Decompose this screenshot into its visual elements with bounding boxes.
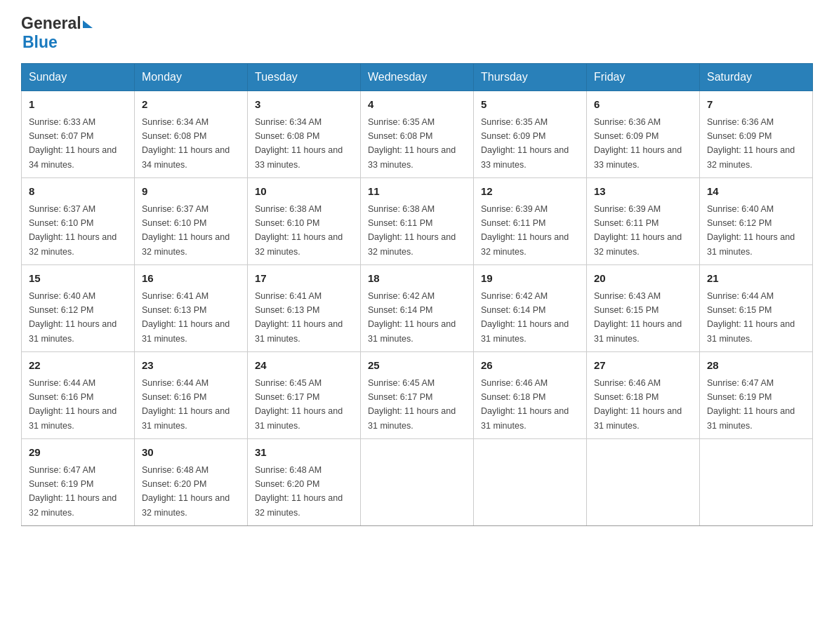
calendar-day-cell: 21 Sunrise: 6:44 AMSunset: 6:15 PMDaylig… (700, 265, 813, 352)
calendar-day-cell: 30 Sunrise: 6:48 AMSunset: 6:20 PMDaylig… (135, 439, 248, 526)
calendar-day-header: Sunday (22, 64, 135, 91)
day-number: 9 (142, 184, 240, 200)
day-info: Sunrise: 6:39 AMSunset: 6:11 PMDaylight:… (481, 204, 569, 257)
day-info: Sunrise: 6:43 AMSunset: 6:15 PMDaylight:… (594, 291, 682, 344)
logo-arrow-icon (83, 20, 93, 28)
calendar-day-cell: 5 Sunrise: 6:35 AMSunset: 6:09 PMDayligh… (474, 91, 587, 178)
day-number: 23 (142, 358, 240, 374)
day-number: 7 (707, 97, 805, 113)
day-info: Sunrise: 6:37 AMSunset: 6:10 PMDaylight:… (142, 204, 230, 257)
day-info: Sunrise: 6:34 AMSunset: 6:08 PMDaylight:… (142, 117, 230, 170)
calendar-day-cell: 11 Sunrise: 6:38 AMSunset: 6:11 PMDaylig… (361, 178, 474, 265)
calendar-day-cell: 17 Sunrise: 6:41 AMSunset: 6:13 PMDaylig… (248, 265, 361, 352)
page-header: General Blue (21, 14, 813, 52)
day-info: Sunrise: 6:39 AMSunset: 6:11 PMDaylight:… (594, 204, 682, 257)
day-info: Sunrise: 6:48 AMSunset: 6:20 PMDaylight:… (142, 465, 230, 518)
calendar-day-header: Thursday (474, 64, 587, 91)
logo: General Blue (21, 14, 93, 52)
day-info: Sunrise: 6:47 AMSunset: 6:19 PMDaylight:… (29, 465, 117, 518)
day-number: 21 (707, 271, 805, 287)
day-info: Sunrise: 6:42 AMSunset: 6:14 PMDaylight:… (368, 291, 456, 344)
day-info: Sunrise: 6:46 AMSunset: 6:18 PMDaylight:… (481, 378, 569, 431)
calendar-day-cell: 31 Sunrise: 6:48 AMSunset: 6:20 PMDaylig… (248, 439, 361, 526)
calendar-day-cell: 7 Sunrise: 6:36 AMSunset: 6:09 PMDayligh… (700, 91, 813, 178)
day-info: Sunrise: 6:35 AMSunset: 6:09 PMDaylight:… (481, 117, 569, 170)
day-info: Sunrise: 6:46 AMSunset: 6:18 PMDaylight:… (594, 378, 682, 431)
day-number: 6 (594, 97, 692, 113)
day-number: 11 (368, 184, 466, 200)
calendar-day-cell: 10 Sunrise: 6:38 AMSunset: 6:10 PMDaylig… (248, 178, 361, 265)
day-info: Sunrise: 6:40 AMSunset: 6:12 PMDaylight:… (29, 291, 117, 344)
day-number: 3 (255, 97, 353, 113)
day-number: 5 (481, 97, 579, 113)
calendar-day-header: Monday (135, 64, 248, 91)
calendar-day-cell: 19 Sunrise: 6:42 AMSunset: 6:14 PMDaylig… (474, 265, 587, 352)
day-info: Sunrise: 6:34 AMSunset: 6:08 PMDaylight:… (255, 117, 343, 170)
day-number: 17 (255, 271, 353, 287)
calendar-day-cell: 27 Sunrise: 6:46 AMSunset: 6:18 PMDaylig… (587, 352, 700, 439)
calendar-table: SundayMondayTuesdayWednesdayThursdayFrid… (21, 63, 813, 526)
day-number: 10 (255, 184, 353, 200)
day-number: 20 (594, 271, 692, 287)
day-number: 1 (29, 97, 127, 113)
calendar-day-header: Friday (587, 64, 700, 91)
day-number: 29 (29, 445, 127, 461)
day-number: 25 (368, 358, 466, 374)
calendar-header-row: SundayMondayTuesdayWednesdayThursdayFrid… (22, 64, 813, 91)
day-info: Sunrise: 6:44 AMSunset: 6:16 PMDaylight:… (142, 378, 230, 431)
day-info: Sunrise: 6:35 AMSunset: 6:08 PMDaylight:… (368, 117, 456, 170)
day-info: Sunrise: 6:47 AMSunset: 6:19 PMDaylight:… (707, 378, 795, 431)
day-info: Sunrise: 6:38 AMSunset: 6:11 PMDaylight:… (368, 204, 456, 257)
calendar-day-cell: 6 Sunrise: 6:36 AMSunset: 6:09 PMDayligh… (587, 91, 700, 178)
day-number: 26 (481, 358, 579, 374)
day-number: 15 (29, 271, 127, 287)
calendar-day-cell: 2 Sunrise: 6:34 AMSunset: 6:08 PMDayligh… (135, 91, 248, 178)
logo-general-text: General (21, 14, 81, 33)
calendar-day-cell: 4 Sunrise: 6:35 AMSunset: 6:08 PMDayligh… (361, 91, 474, 178)
day-info: Sunrise: 6:41 AMSunset: 6:13 PMDaylight:… (142, 291, 230, 344)
day-info: Sunrise: 6:36 AMSunset: 6:09 PMDaylight:… (707, 117, 795, 170)
day-info: Sunrise: 6:42 AMSunset: 6:14 PMDaylight:… (481, 291, 569, 344)
calendar-day-cell: 22 Sunrise: 6:44 AMSunset: 6:16 PMDaylig… (22, 352, 135, 439)
calendar-week-row: 15 Sunrise: 6:40 AMSunset: 6:12 PMDaylig… (22, 265, 813, 352)
day-number: 22 (29, 358, 127, 374)
calendar-day-cell: 8 Sunrise: 6:37 AMSunset: 6:10 PMDayligh… (22, 178, 135, 265)
day-number: 2 (142, 97, 240, 113)
calendar-day-cell: 26 Sunrise: 6:46 AMSunset: 6:18 PMDaylig… (474, 352, 587, 439)
day-number: 8 (29, 184, 127, 200)
calendar-day-cell: 28 Sunrise: 6:47 AMSunset: 6:19 PMDaylig… (700, 352, 813, 439)
logo-blue-text: Blue (22, 33, 58, 52)
calendar-day-cell: 9 Sunrise: 6:37 AMSunset: 6:10 PMDayligh… (135, 178, 248, 265)
day-number: 27 (594, 358, 692, 374)
calendar-week-row: 22 Sunrise: 6:44 AMSunset: 6:16 PMDaylig… (22, 352, 813, 439)
calendar-day-header: Saturday (700, 64, 813, 91)
calendar-day-cell: 15 Sunrise: 6:40 AMSunset: 6:12 PMDaylig… (22, 265, 135, 352)
day-number: 14 (707, 184, 805, 200)
day-number: 16 (142, 271, 240, 287)
day-info: Sunrise: 6:48 AMSunset: 6:20 PMDaylight:… (255, 465, 343, 518)
calendar-week-row: 29 Sunrise: 6:47 AMSunset: 6:19 PMDaylig… (22, 439, 813, 526)
day-info: Sunrise: 6:33 AMSunset: 6:07 PMDaylight:… (29, 117, 117, 170)
calendar-week-row: 8 Sunrise: 6:37 AMSunset: 6:10 PMDayligh… (22, 178, 813, 265)
day-info: Sunrise: 6:38 AMSunset: 6:10 PMDaylight:… (255, 204, 343, 257)
day-number: 24 (255, 358, 353, 374)
calendar-day-cell: 23 Sunrise: 6:44 AMSunset: 6:16 PMDaylig… (135, 352, 248, 439)
day-info: Sunrise: 6:45 AMSunset: 6:17 PMDaylight:… (368, 378, 456, 431)
day-number: 19 (481, 271, 579, 287)
calendar-day-cell: 20 Sunrise: 6:43 AMSunset: 6:15 PMDaylig… (587, 265, 700, 352)
day-info: Sunrise: 6:36 AMSunset: 6:09 PMDaylight:… (594, 117, 682, 170)
day-info: Sunrise: 6:41 AMSunset: 6:13 PMDaylight:… (255, 291, 343, 344)
calendar-day-cell (361, 439, 474, 526)
calendar-day-cell: 18 Sunrise: 6:42 AMSunset: 6:14 PMDaylig… (361, 265, 474, 352)
calendar-day-header: Wednesday (361, 64, 474, 91)
day-number: 13 (594, 184, 692, 200)
day-number: 30 (142, 445, 240, 461)
day-number: 18 (368, 271, 466, 287)
calendar-day-cell: 12 Sunrise: 6:39 AMSunset: 6:11 PMDaylig… (474, 178, 587, 265)
day-number: 4 (368, 97, 466, 113)
day-number: 31 (255, 445, 353, 461)
calendar-day-cell: 1 Sunrise: 6:33 AMSunset: 6:07 PMDayligh… (22, 91, 135, 178)
calendar-day-cell (587, 439, 700, 526)
calendar-day-cell: 16 Sunrise: 6:41 AMSunset: 6:13 PMDaylig… (135, 265, 248, 352)
calendar-day-cell (474, 439, 587, 526)
